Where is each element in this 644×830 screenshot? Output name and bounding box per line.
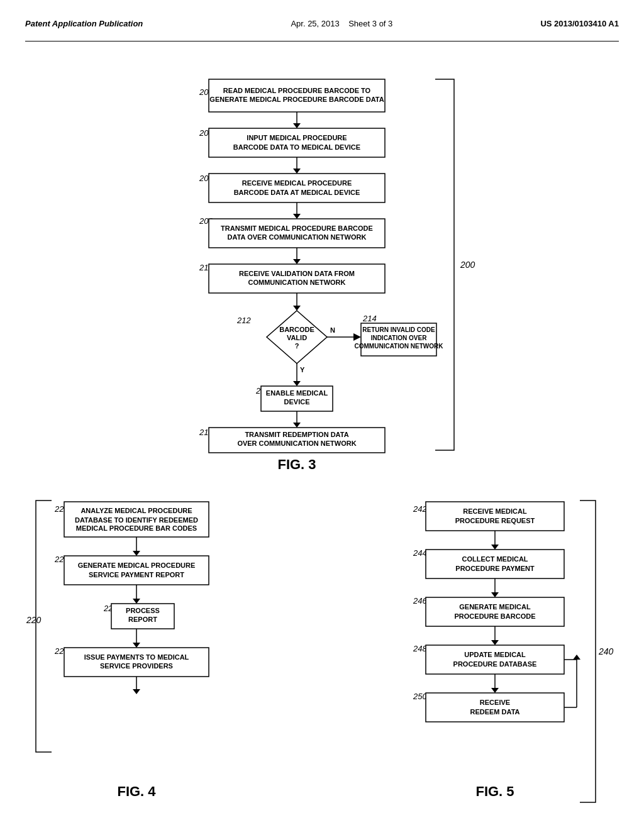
svg-rect-40 [426,550,564,578]
svg-marker-2 [293,123,301,128]
step-224-text: GENERATE MEDICAL PROCEDURE [78,562,196,569]
svg-rect-46 [426,645,564,674]
header-center: Apr. 25, 2013 Sheet 3 of 3 [291,19,392,28]
content: 200 202 READ MEDICAL PROCEDURE BARCODE T… [25,60,619,830]
step-222-text2: DATABASE TO IDENTIFY REDEEMED [75,516,198,524]
step-202-text: READ MEDICAL PROCEDURE BARCODE TO [223,87,371,94]
step-214-text3: COMMUNICATION NETWORK [355,343,444,350]
step-250-text2: REDEEM DATA [470,708,519,716]
svg-rect-3 [209,128,385,157]
step-228-text2: SERVICE PROVIDERS [100,662,173,670]
step-250-text: RECEIVE [480,699,510,706]
svg-marker-30 [133,599,140,604]
fig5-diagram: 240 242 RECEIVE MEDICAL PROCEDURE REQUES… [394,488,621,830]
step-248-text: UPDATE MEDICAL [464,651,526,658]
step-208-text: TRANSMIT MEDICAL PROCEDURE BARCODE [221,224,373,232]
step-222-text: ANALYZE MEDICAL PROCEDURE [80,507,192,514]
step-214-label: 214 [362,314,377,323]
n-label: N [330,326,335,334]
y-label: Y [300,366,305,374]
step-212-label: 212 [236,316,251,325]
header-right: US 2013/0103410 A1 [540,19,619,28]
step-222-text3: MEDICAL PROCEDURE BAR CODES [76,524,197,532]
fig4-title: FIG. 4 [117,783,156,799]
diamond-text-3: ? [295,342,299,350]
svg-marker-48 [491,688,499,693]
step-214-text2: INDICATION OVER [371,335,427,341]
step-216-text: ENABLE MEDICAL [266,389,328,397]
step-248-label: 248 [413,644,427,653]
bottom-row: 220 222 ANALYZE MEDICAL PROCEDURE DATABA… [23,488,621,830]
step-242-text2: PROCEDURE REQUEST [455,517,535,524]
step-228-text: ISSUE PAYMENTS TO MEDICAL [84,653,189,661]
step-226-text2: REPORT [128,616,157,623]
svg-rect-49 [426,693,564,722]
step-204-text2: BARCODE DATA TO MEDICAL DEVICE [233,143,360,151]
step-226-text: PROCESS [126,607,160,614]
diamond-text-2: VALID [287,334,307,341]
fig5-title: FIG. 5 [475,783,514,799]
fig5-bracket-label: 240 [598,646,614,656]
step-218-text: TRANSMIT REDEMPTION DATA [245,431,348,438]
step-210-text2: COMMUNICATION NETWORK [248,279,346,286]
svg-marker-33 [133,643,140,648]
step-208-text2: DATA OVER COMMUNICATION NETWORK [228,233,367,241]
step-224-text2: SERVICE PAYMENT REPORT [89,571,184,578]
svg-marker-45 [491,640,499,645]
diamond-text-1: BARCODE [279,326,314,333]
step-204-text: INPUT MEDICAL PROCEDURE [247,134,347,141]
step-244-label: 244 [413,548,427,558]
svg-marker-42 [491,592,499,597]
step-246-label: 246 [413,596,427,606]
svg-rect-28 [64,556,209,585]
svg-marker-14 [293,306,301,311]
step-214-text: RETURN INVALID CODE [362,326,435,333]
page: Patent Application Publication Apr. 25, … [0,0,644,830]
step-242-text: RECEIVE MEDICAL [463,507,527,515]
svg-rect-37 [426,502,564,531]
svg-rect-6 [209,174,385,202]
step-250-label: 250 [413,692,427,701]
fig3-title: FIG. 3 [277,456,316,472]
svg-rect-43 [426,597,564,626]
step-210-text: RECEIVE VALIDATION DATA FROM [239,270,355,277]
svg-marker-27 [133,551,140,556]
step-202-text2: GENERATE MEDICAL PROCEDURE BARCODE DATA [209,96,384,103]
svg-marker-36 [133,689,140,694]
header: Patent Application Publication Apr. 25, … [25,13,619,42]
svg-marker-8 [293,214,301,219]
step-246-text: GENERATE MEDICAL [459,603,531,611]
step-248-text2: PROCEDURE DATABASE [453,660,537,668]
svg-marker-39 [491,545,499,550]
step-206-text: RECEIVE MEDICAL PROCEDURE [242,179,352,187]
step-218-text2: OVER COMMUNICATION NETWORK [237,440,356,447]
step-206-text2: BARCODE DATA AT MEDICAL DEVICE [234,189,360,196]
header-left: Patent Application Publication [25,19,143,28]
fig4-diagram: 220 222 ANALYZE MEDICAL PROCEDURE DATABA… [23,488,287,830]
svg-marker-17 [353,333,361,341]
step-242-label: 242 [413,504,427,514]
svg-marker-5 [293,169,301,174]
step-246-text2: PROCEDURE BARCODE [455,612,536,620]
svg-marker-23 [293,423,301,428]
fig3-bracket-label: 200 [460,260,475,270]
svg-marker-52 [573,655,580,660]
step-244-text2: PROCEDURE PAYMENT [455,565,535,572]
fig4-bracket-label: 220 [26,615,42,625]
svg-marker-11 [293,259,301,264]
fig3-diagram: 200 202 READ MEDICAL PROCEDURE BARCODE T… [102,60,542,488]
svg-marker-20 [293,381,301,386]
step-216-text2: DEVICE [284,398,310,406]
step-244-text: COLLECT MEDICAL [462,555,528,563]
